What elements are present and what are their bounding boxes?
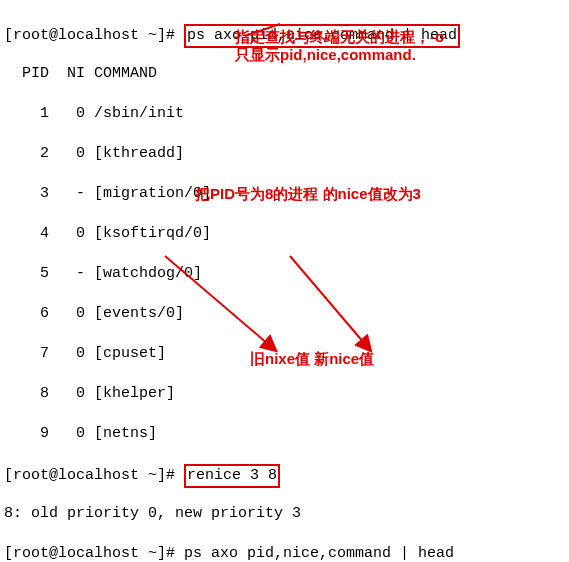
ps-row: 9 0 [netns]: [4, 424, 569, 444]
annotation-note-3: 旧nixe值 新nice值: [250, 350, 550, 368]
prompt: [root@localhost ~]#: [4, 27, 175, 44]
ps-row: 6 0 [events/0]: [4, 304, 569, 324]
annotation-note-2: 把PID号为8的进程 的nice值改为3: [195, 185, 565, 203]
prompt: [root@localhost ~]#: [4, 545, 175, 562]
prompt: [root@localhost ~]#: [4, 467, 175, 484]
ps-row: 8 0 [khelper]: [4, 384, 569, 404]
command-ps-2[interactable]: ps axo pid,nice,command | head: [184, 545, 454, 562]
ps-row: 5 - [watchdog/0]: [4, 264, 569, 284]
command-renice[interactable]: renice 3 8: [184, 464, 280, 488]
ps-row: 2 0 [kthreadd]: [4, 144, 569, 164]
terminal: [root@localhost ~]# ps axo pid,nice,comm…: [4, 4, 569, 562]
renice-output: 8: old priority 0, new priority 3: [4, 504, 569, 524]
annotation-note-1: 指定查找与终端无关的进程，-o 只显示pid,nice,command.: [235, 28, 565, 64]
ps-row: 4 0 [ksoftirqd/0]: [4, 224, 569, 244]
ps-header: PID NI COMMAND: [4, 64, 569, 84]
ps-row: 1 0 /sbin/init: [4, 104, 569, 124]
